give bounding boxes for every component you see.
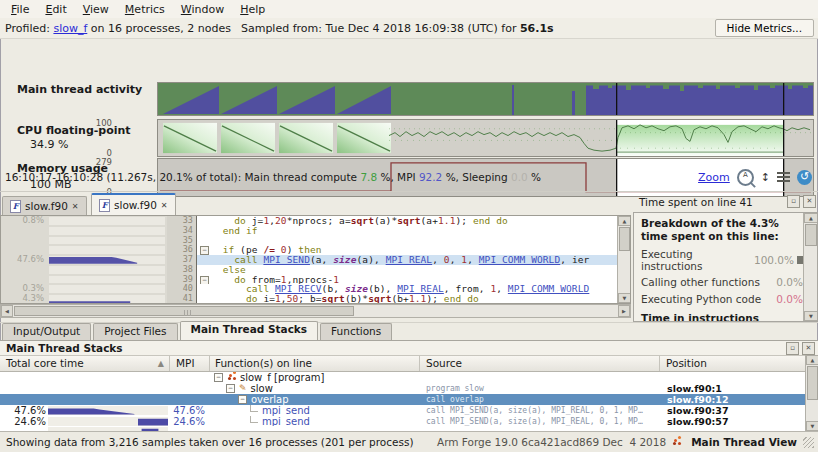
breakdown-label: Executing instructions bbox=[641, 248, 754, 272]
code-line-33[interactable]: 0.8%33 do j=1,20*nprocs; a=sqrt(a)*sqrt(… bbox=[1, 216, 617, 226]
profiled-info: Profiled: slow_f on 16 processes, 2 node… bbox=[5, 22, 231, 35]
menu-metrics[interactable]: Metrics bbox=[117, 2, 173, 17]
position-value: slow.f90:1 bbox=[660, 383, 805, 394]
panel-close-icon[interactable]: ✕ bbox=[802, 342, 815, 355]
scrollbar-thumb[interactable] bbox=[805, 224, 817, 246]
stacks-table-rows: −slow_f [program]−✎slowprogram slowslow.… bbox=[0, 372, 805, 431]
vertical-resize-icon[interactable]: ↕ bbox=[761, 171, 770, 184]
code-text: end if bbox=[211, 226, 617, 236]
scrollbar-thumb[interactable] bbox=[807, 366, 818, 400]
code-horizontal-scrollbar[interactable]: ◀ ▶ bbox=[0, 304, 631, 318]
code-text: do i=1,50; b=sqrt(b)*sqrt(b+1.1); end do bbox=[211, 294, 617, 304]
stack-row-2[interactable]: −overlapcall overlapslow.f90:12 bbox=[0, 394, 805, 405]
menu-view[interactable]: View bbox=[75, 2, 117, 17]
table-vertical-scrollbar[interactable]: ▲ ▼ bbox=[805, 355, 818, 431]
scroll-down-icon[interactable]: ▼ bbox=[804, 311, 818, 321]
reset-zoom-icon[interactable]: ↺ bbox=[797, 170, 812, 185]
bottom-tab-input-output[interactable]: Input/Output bbox=[2, 323, 91, 340]
fold-collapse-icon[interactable]: − bbox=[200, 276, 209, 285]
cpu-floating-point-chart[interactable] bbox=[157, 119, 814, 157]
bottom-tab-functions[interactable]: Functions bbox=[320, 323, 392, 340]
code-vertical-scrollbar[interactable]: ▲ ▼ bbox=[617, 216, 630, 303]
code-line-41[interactable]: 4.3%41 do i=1,50; b=sqrt(b)*sqrt(b+1.1);… bbox=[1, 294, 617, 304]
tree-expander-icon[interactable]: − bbox=[238, 395, 247, 404]
line-time-percent: 0.8% bbox=[1, 216, 47, 226]
position-value: slow.f90:37 bbox=[660, 405, 805, 416]
column-header-source[interactable]: Source bbox=[420, 356, 660, 371]
menu-edit[interactable]: Edit bbox=[37, 2, 74, 17]
code-text: if (pe /= 0) then bbox=[211, 245, 617, 255]
menu-bar: FileEditViewMetricsWindowHelp bbox=[0, 0, 818, 18]
column-header-total-core-time[interactable]: Total core time▲ bbox=[0, 356, 170, 371]
bottom-tab-project-files[interactable]: Project Files bbox=[93, 323, 177, 340]
panel-detach-icon[interactable]: ▫ bbox=[786, 342, 799, 355]
code-text: do j=1,20*nprocs; a=sqrt(a)*sqrt(a+1.1);… bbox=[211, 216, 617, 226]
column-header-function-s-on-line[interactable]: Function(s) on line bbox=[210, 356, 420, 371]
source-code: call overlap bbox=[420, 395, 660, 404]
menu-help[interactable]: Help bbox=[232, 2, 273, 17]
mpi-percent: 92.2 bbox=[419, 171, 442, 183]
scrollbar-thumb[interactable] bbox=[619, 227, 630, 251]
tab-close-icon[interactable]: ✕ bbox=[161, 201, 168, 210]
resize-grip[interactable] bbox=[803, 437, 814, 448]
main-thread-activity-chart[interactable] bbox=[157, 82, 814, 116]
zoom-select-icon[interactable]: A bbox=[737, 169, 754, 186]
scroll-right-icon[interactable]: ▶ bbox=[618, 305, 630, 317]
scroll-up-icon[interactable]: ▲ bbox=[618, 216, 631, 226]
stack-row-1[interactable]: −✎slowprogram slowslow.f90:1 bbox=[0, 383, 805, 394]
line-histogram bbox=[47, 284, 167, 294]
scroll-down-icon[interactable]: ▼ bbox=[806, 421, 818, 431]
panel-vertical-scrollbar[interactable]: ▲ ▼ bbox=[803, 213, 817, 321]
samples-summary: Showing data from 3,216 samples taken ov… bbox=[6, 436, 414, 448]
line-time-percent bbox=[1, 226, 47, 236]
line-histogram bbox=[47, 216, 167, 226]
stack-row-0[interactable]: −slow_f [program] bbox=[0, 372, 805, 383]
scroll-left-icon[interactable]: ◀ bbox=[1, 305, 13, 317]
zoom-link[interactable]: Zoom bbox=[698, 171, 730, 184]
code-text: call MPI_SEND(a, size(a), MPI_REAL, 0, 1… bbox=[211, 255, 617, 265]
scroll-down-icon[interactable]: ▼ bbox=[618, 293, 631, 303]
mpi-value: 47.6% bbox=[170, 405, 210, 416]
function-name: mpi_send_ bbox=[262, 405, 315, 416]
editor-tab-1[interactable]: Fslow.f90✕ bbox=[91, 193, 176, 215]
stack-row-4[interactable]: 24.6%24.6%mpi_send_call MPI_SEND(a, size… bbox=[0, 416, 805, 427]
code-line-36[interactable]: 36− if (pe /= 0) then bbox=[1, 245, 617, 255]
column-header-mpi[interactable]: MPI bbox=[170, 356, 210, 371]
tree-expander-icon[interactable]: − bbox=[214, 373, 223, 382]
code-line-40[interactable]: 0.3%40 call MPI_RECV(b, size(b), MPI_REA… bbox=[1, 284, 617, 294]
editor-tab-0[interactable]: Fslow.f90✕ bbox=[2, 196, 87, 215]
column-header-position[interactable]: Position bbox=[660, 356, 805, 371]
cpu-value: 34.9 % bbox=[30, 138, 68, 151]
breakdown-rows: Executing instructions100.0%Calling othe… bbox=[634, 248, 803, 305]
function-cell: −✎slow bbox=[210, 383, 420, 394]
menu-window[interactable]: Window bbox=[173, 2, 232, 17]
tab-close-icon[interactable]: ✕ bbox=[72, 202, 79, 211]
toolbar: Profiled: slow_f on 16 processes, 2 node… bbox=[0, 18, 818, 39]
metrics-list-icon[interactable] bbox=[777, 172, 790, 182]
code-line-39[interactable]: 39− do from=1,nprocs-1 bbox=[1, 275, 617, 285]
panel-close-icon[interactable]: ✕ bbox=[803, 195, 816, 208]
fold-collapse-icon[interactable]: − bbox=[200, 246, 209, 255]
stacks-table-header: Total core time▲MPIFunction(s) on lineSo… bbox=[0, 355, 805, 372]
code-line-35[interactable]: 35 bbox=[1, 236, 617, 246]
source-file-icon: ✎ bbox=[239, 383, 247, 393]
fold-column: − bbox=[197, 275, 211, 285]
code-line-37[interactable]: 47.6%37 call MPI_SEND(a, size(a), MPI_RE… bbox=[1, 255, 617, 265]
scroll-up-icon[interactable]: ▲ bbox=[806, 355, 818, 365]
row-histogram bbox=[48, 373, 168, 382]
function-cell: −slow_f [program] bbox=[210, 372, 420, 383]
stacks-panel-title: Main Thread Stacks bbox=[6, 342, 123, 354]
program-link[interactable]: slow_f bbox=[53, 22, 87, 35]
bottom-tab-main-thread-stacks[interactable]: Main Thread Stacks bbox=[180, 321, 319, 340]
scroll-up-icon[interactable]: ▲ bbox=[804, 213, 818, 223]
panel-detach-icon[interactable]: ▫ bbox=[787, 195, 800, 208]
tree-expander-icon[interactable]: − bbox=[226, 384, 235, 393]
stack-row-3[interactable]: 47.6%47.6%mpi_send_call MPI_SEND(a, size… bbox=[0, 405, 805, 416]
breakdown-row: Executing Python code0.0% bbox=[641, 293, 803, 305]
scrollbar-thumb[interactable] bbox=[14, 306, 354, 316]
code-line-38[interactable]: 38 else bbox=[1, 265, 617, 275]
menu-file[interactable]: File bbox=[3, 2, 37, 17]
hide-metrics-button[interactable]: Hide Metrics... bbox=[715, 19, 814, 37]
code-line-34[interactable]: 34 end if bbox=[1, 226, 617, 236]
version-text: Arm Forge 19.0 6ca421acd869 Dec 4 2018 bbox=[437, 436, 666, 448]
